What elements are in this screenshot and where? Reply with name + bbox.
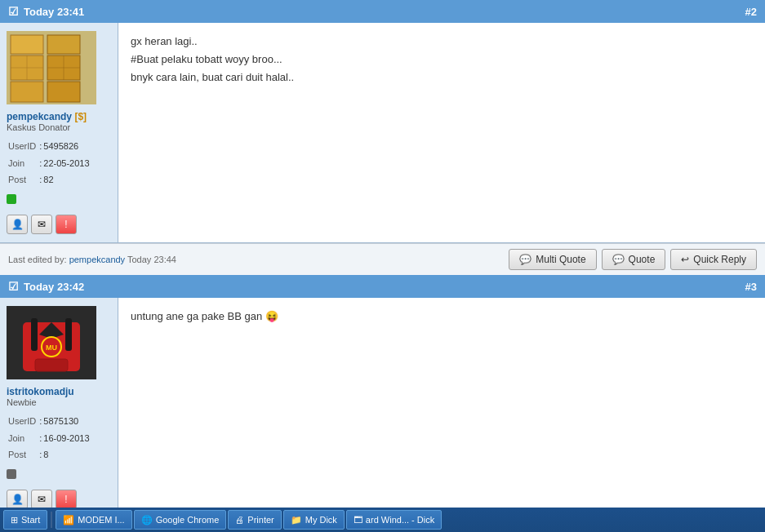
post-3-header: ☑ Today 23:42 #3 (0, 275, 765, 298)
post-2-footer: Last edited by: pempekcandy Today 23:44 … (0, 243, 765, 275)
quick-reply-label: Quick Reply (693, 254, 746, 265)
post-3-user-title: Newbie (7, 397, 111, 407)
taskbar-my-dick[interactable]: 📁 My Dick (283, 510, 345, 530)
taskbar-chrome[interactable]: 🌐 Google Chrome (134, 510, 227, 530)
editor-link[interactable]: pempekcandy (69, 255, 126, 264)
last-edited-label: Last edited by: (8, 255, 67, 264)
bookmark-icon-3: ☑ (8, 280, 19, 293)
taskbar-printer[interactable]: 🖨 Printer (228, 510, 281, 530)
multi-quote-label: Multi Quote (536, 254, 585, 265)
post-2-action-buttons: 💬 Multi Quote 💬 Quote ↩ Quick Reply (509, 249, 757, 270)
start-label: Start (21, 515, 40, 525)
post-3-line-1: untung ane ga pake BB gan 😝 (131, 308, 753, 326)
post-3-user-info: UserID : 5875130 Join : 16-09-2013 Post … (7, 412, 91, 464)
message-icon: ✉ (38, 219, 46, 230)
join-value: 22-05-2013 (43, 156, 89, 171)
userid-label-3: UserID (8, 414, 38, 429)
userid-sep: : (39, 139, 42, 154)
post-3-user-panel: MU istritokomadju Newbie UserID : 587513… (0, 298, 118, 517)
quote-icon: 💬 (612, 254, 625, 265)
svg-text:MU: MU (46, 344, 57, 352)
join-label-3: Join (8, 431, 38, 446)
modem-icon: 📶 (63, 515, 74, 525)
post-2-action-icons: 👤 ✉ ! (7, 215, 111, 234)
post-2-edit-info: Last edited by: pempekcandy Today 23:44 (8, 255, 176, 264)
add-friend-icon: 👤 (11, 219, 24, 230)
post-3-text: untung ane ga pake BB gan 😝 (131, 308, 753, 326)
post-2-username[interactable]: pempekcandy [$] (7, 111, 111, 122)
userid-sep-3: : (39, 414, 42, 429)
join-value-3: 16-09-2013 (43, 431, 89, 446)
post-2-quote-button[interactable]: 💬 Quote (602, 249, 666, 270)
printer-icon: 🖨 (235, 515, 244, 525)
post-2-line-3: bnyk cara lain, buat cari duit halal.. (131, 69, 753, 86)
post-sep: : (39, 172, 42, 188)
post-2-content: gx heran lagi.. #Buat pelaku tobatt woyy… (118, 23, 765, 242)
post-2-quick-reply-button[interactable]: ↩ Quick Reply (670, 249, 757, 270)
post-3-action-icons: 👤 ✉ ! (7, 490, 111, 509)
avatar-3-image: MU (7, 306, 96, 379)
post-2-body: pempekcandy [$] Kaskus Donator UserID : … (0, 23, 765, 243)
modem-label: MODEM I... (78, 515, 124, 525)
report-button-3[interactable]: ! (56, 490, 77, 509)
post-3-header-left: ☑ Today 23:42 (8, 280, 84, 293)
post-3-username[interactable]: istritokomadju (7, 386, 111, 397)
post-2-user-info: UserID : 5495826 Join : 22-05-2013 Post … (7, 137, 91, 189)
send-message-button[interactable]: ✉ (31, 215, 52, 234)
svg-rect-5 (11, 35, 43, 54)
send-message-button-3[interactable]: ✉ (31, 490, 52, 509)
edited-time: Today 23:44 (127, 255, 176, 264)
report-button[interactable]: ! (56, 215, 77, 234)
svg-rect-16 (31, 318, 38, 351)
post-value: 82 (43, 172, 89, 188)
join-label: Join (8, 156, 38, 171)
post-2-timestamp: Today 23:41 (24, 6, 84, 18)
post-2-user-panel: pempekcandy [$] Kaskus Donator UserID : … (0, 23, 118, 242)
my-dick-label: My Dick (305, 515, 337, 525)
quick-reply-icon: ↩ (681, 254, 689, 265)
userid-value-3: 5875130 (43, 414, 89, 429)
post-2-user-title: Kaskus Donator (7, 122, 111, 132)
add-friend-button[interactable]: 👤 (7, 215, 28, 234)
taskbar-modem[interactable]: 📶 MODEM I... (56, 510, 131, 530)
window-icon: 🗔 (354, 515, 362, 525)
post-2-line-1: gx heran lagi.. (131, 33, 753, 51)
post-3-number: #3 (745, 281, 757, 293)
bookmark-icon: ☑ (8, 5, 19, 18)
post-3-body: MU istritokomadju Newbie UserID : 587513… (0, 298, 765, 518)
report-icon-3: ! (64, 494, 67, 505)
multi-quote-icon: 💬 (519, 254, 531, 265)
post-2-online-status (7, 194, 16, 204)
post-label-3: Post (8, 447, 38, 463)
svg-rect-4 (47, 82, 80, 102)
taskbar-wind-dick[interactable]: 🗔 ard Wind... - Dick (346, 510, 442, 530)
taskbar-start-button[interactable]: ⊞ Start (3, 510, 47, 530)
userid-value: 5495826 (43, 139, 89, 154)
message-icon-3: ✉ (38, 494, 46, 505)
post-value-3: 8 (43, 447, 89, 463)
post-2-header: ☑ Today 23:41 #2 (0, 0, 765, 23)
svg-rect-18 (35, 359, 68, 371)
folder-icon: 📁 (291, 515, 302, 525)
printer-label: Printer (247, 515, 274, 525)
taskbar-divider-1 (51, 512, 52, 528)
post-label: Post (8, 172, 38, 188)
chrome-icon: 🌐 (141, 515, 153, 525)
svg-rect-6 (47, 35, 80, 54)
post-2-text: gx heran lagi.. #Buat pelaku tobatt woyy… (131, 33, 753, 86)
post-2-avatar (7, 31, 96, 104)
chrome-label: Google Chrome (156, 515, 220, 525)
forum-posts: ☑ Today 23:41 #2 (0, 0, 765, 532)
post-2-multi-quote-button[interactable]: 💬 Multi Quote (509, 249, 596, 270)
quote-label: Quote (629, 254, 656, 265)
post-3-avatar: MU (7, 306, 96, 379)
add-friend-button-3[interactable]: 👤 (7, 490, 28, 509)
svg-rect-3 (11, 82, 43, 102)
join-sep: : (39, 156, 42, 171)
add-friend-icon-3: 👤 (11, 494, 24, 505)
join-sep-3: : (39, 431, 42, 446)
post-2-number: #2 (745, 6, 757, 18)
svg-rect-17 (65, 318, 72, 351)
report-icon: ! (64, 219, 67, 230)
taskbar: ⊞ Start 📶 MODEM I... 🌐 Google Chrome 🖨 P… (0, 508, 765, 532)
